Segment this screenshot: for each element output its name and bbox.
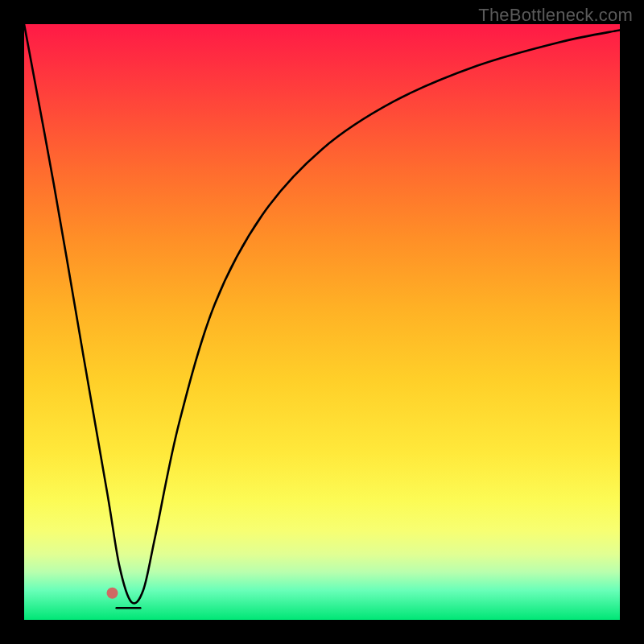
- bottleneck-curve: [24, 24, 620, 603]
- chart-frame: TheBottleneck.com: [0, 0, 644, 644]
- optimal-dot: [107, 588, 118, 599]
- curve-svg: [24, 24, 620, 620]
- plot-area: [24, 24, 620, 620]
- watermark-text: TheBottleneck.com: [478, 5, 633, 26]
